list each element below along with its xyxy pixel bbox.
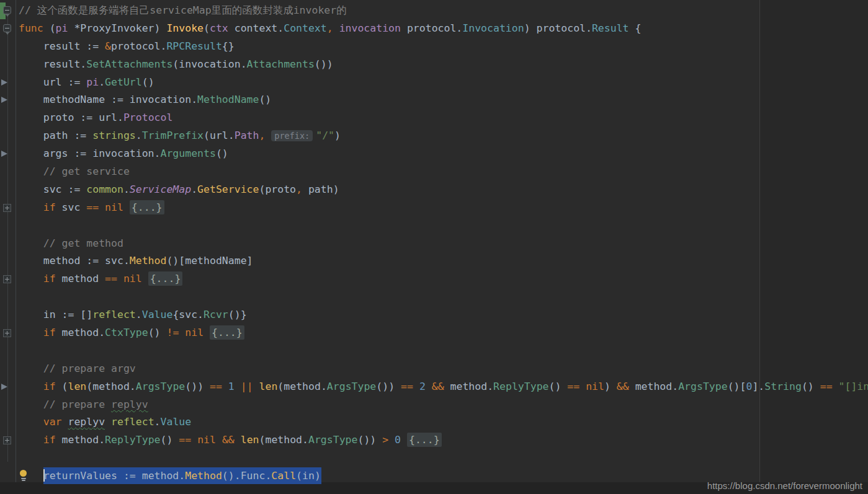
code-token: returnValues := method. (43, 470, 185, 482)
plus-glyph (7, 277, 7, 281)
code-line-1[interactable]: // 这个函数是服务端将自己serviceMap里面的函数封装成invoker的 (0, 2, 868, 20)
code-token: len (68, 381, 87, 392)
code-token: ( (204, 22, 210, 34)
code-line-12[interactable]: if svc == nil {...} (0, 199, 868, 217)
code-token: ctx (210, 22, 228, 34)
code-token: CtxType (105, 327, 148, 338)
code-token: args := invocation. (19, 148, 160, 159)
minus-glyph (5, 10, 9, 11)
code-line-8[interactable]: path := strings.TrimPrefix(url.Path, pre… (0, 127, 868, 145)
code-token (142, 273, 148, 284)
code-token: Value (142, 309, 173, 320)
code-token: pi (56, 22, 68, 34)
code-line-14[interactable]: // get method (0, 235, 868, 253)
code-token: , (296, 183, 302, 195)
code-token: && (222, 434, 235, 446)
fold-collapse-icon[interactable] (3, 24, 11, 32)
code-token: // 这个函数是服务端将自己serviceMap里面的函数封装成invoker的 (19, 4, 347, 16)
code-line-23[interactable]: // prepare replyv (0, 396, 868, 414)
code-token: method. (444, 381, 493, 392)
gutter-arrow-icon[interactable] (1, 97, 7, 103)
gutter-arrow-icon[interactable] (1, 151, 7, 157)
code-token: 0 (395, 434, 401, 446)
code-line-5[interactable]: url := pi.GetUrl() (0, 74, 868, 92)
code-token: ServiceMap (130, 183, 191, 195)
code-line-25[interactable]: if method.ReplyType() == nil && len(meth… (0, 431, 868, 449)
code-token: Call (271, 470, 296, 482)
code-line-4[interactable]: result.SetAttachments(invocation.Attachm… (0, 56, 868, 74)
code-line-16[interactable]: if method == nil {...} (0, 270, 868, 288)
code-line-2[interactable]: func (pi *ProxyInvoker) Invoke(ctx conte… (0, 20, 868, 38)
code-token: { (629, 22, 642, 34)
code-line-13[interactable] (0, 217, 868, 235)
code-token: func (19, 22, 50, 34)
fold-expand-icon[interactable] (3, 436, 11, 444)
code-token: ()) (376, 381, 401, 392)
code-token: nil (105, 201, 123, 213)
code-token: == (401, 381, 413, 392)
code-token: Attachments (247, 58, 315, 70)
code-token: ArgsType (136, 381, 185, 392)
code-token: && (617, 381, 629, 392)
code-token: == (210, 381, 222, 392)
code-line-15[interactable]: method := svc.Method()[methodName] (0, 252, 868, 270)
code-token: ) (604, 381, 617, 392)
code-token (265, 130, 271, 141)
code-token: () (142, 76, 154, 88)
code-token: == (820, 381, 833, 392)
fold-collapse-icon[interactable] (3, 6, 11, 14)
code-line-3[interactable]: result := &protocol.RPCResult{} (0, 38, 868, 56)
fold-expand-icon[interactable] (3, 204, 11, 212)
code-line-26[interactable] (0, 449, 868, 467)
fold-expand-icon[interactable] (3, 329, 11, 337)
code-token: ArgsType (678, 381, 727, 392)
intention-bulb-icon[interactable] (19, 470, 28, 482)
code-token: Method (130, 255, 167, 267)
code-token: Result (592, 22, 629, 34)
fold-expand-icon[interactable] (3, 275, 11, 283)
code-token (19, 381, 43, 392)
code-token: invocation (339, 22, 401, 34)
code-token (235, 381, 241, 392)
code-token: (method. (277, 381, 326, 392)
code-token: ReplyType (493, 381, 548, 392)
code-line-7[interactable]: proto := url.Protocol (0, 109, 868, 127)
code-line-18[interactable]: in := []reflect.Value{svc.Rcvr()} (0, 306, 868, 324)
code-line-9[interactable]: args := invocation.Arguments() (0, 145, 868, 163)
code-line-17[interactable] (0, 288, 868, 306)
code-token: *ProxyInvoker) (68, 22, 166, 34)
code-token: Path (235, 130, 259, 141)
code-token (333, 22, 339, 34)
gutter-arrow-icon[interactable] (1, 384, 7, 390)
code-line-21[interactable]: // prepare argv (0, 360, 868, 378)
code-token: , (259, 130, 265, 141)
gutter-arrow-icon[interactable] (1, 79, 7, 86)
code-line-20[interactable] (0, 342, 868, 360)
code-token: , (327, 22, 333, 34)
code-editor: // 这个函数是服务端将自己serviceMap里面的函数封装成invoker的… (0, 0, 868, 494)
code-token: nil (185, 327, 204, 338)
code-token: (in) (296, 470, 321, 482)
code-token: nil (586, 381, 604, 392)
code-token: replyv (111, 399, 148, 410)
code-token: reflect (111, 416, 154, 428)
code-token: {...} (148, 271, 183, 286)
code-token: // prepare argv (19, 363, 136, 374)
code-line-10[interactable]: // get service (0, 163, 868, 181)
code-line-24[interactable]: var replyv reflect.Value (0, 413, 868, 431)
code-token: ()) (315, 58, 333, 70)
code-token: in := [] (19, 309, 92, 320)
code-line-19[interactable]: if method.CtxType() != nil {...} (0, 324, 868, 342)
code-token (179, 327, 185, 338)
code-token (117, 273, 123, 284)
code-line-6[interactable]: methodName := invocation.MethodName() (0, 91, 868, 109)
code-token: (proto (259, 183, 296, 195)
code-token: == (86, 201, 99, 213)
bulb-base (21, 478, 26, 479)
selected-text[interactable]: returnValues := method.Method().Func.Cal… (43, 467, 321, 484)
code-token: Protocol (123, 112, 172, 123)
code-line-11[interactable]: svc := common.ServiceMap.GetService(prot… (0, 181, 868, 199)
code-token: {...} (210, 325, 244, 340)
code-token: reflect (92, 309, 136, 320)
code-line-22[interactable]: if (len(method.ArgsType()) == 1 || len(m… (0, 378, 868, 396)
